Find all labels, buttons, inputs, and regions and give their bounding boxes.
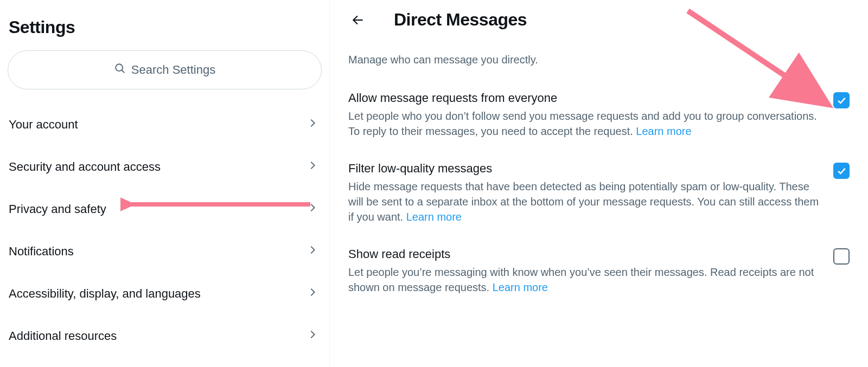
learn-more-link[interactable]: Learn more [636,125,691,137]
settings-title: Settings [9,17,322,37]
option-title: Show read receipts [348,247,822,261]
sidebar-item-label: Privacy and safety [9,202,106,216]
svg-point-0 [116,64,123,71]
sidebar-item-label: Accessibility, display, and languages [9,287,201,301]
checkbox-read-receipts[interactable] [833,248,850,265]
sidebar-item-privacy-safety[interactable]: Privacy and safety [8,188,322,230]
search-placeholder-text: Search Settings [131,63,215,77]
sidebar-item-additional-resources[interactable]: Additional resources [8,315,322,357]
sidebar-item-label: Additional resources [9,329,117,343]
option-title: Allow message requests from everyone [348,91,822,105]
sidebar-item-label: Security and account access [9,160,161,174]
checkbox-filter-low-quality[interactable] [833,163,850,179]
option-title: Filter low-quality messages [348,162,822,176]
detail-pane: Direct Messages Manage who can message y… [330,0,868,367]
option-description: Let people you’re messaging with know wh… [348,265,822,295]
settings-sidebar: Settings Search Settings Your account Se… [0,0,330,367]
option-desc-text: Let people you’re messaging with know wh… [348,266,814,293]
chevron-right-icon [307,159,318,175]
sidebar-item-label: Notifications [9,244,74,259]
learn-more-link[interactable]: Learn more [493,281,548,293]
learn-more-link[interactable]: Learn more [406,211,462,223]
checkbox-allow-requests[interactable] [833,92,850,108]
option-allow-requests: Allow message requests from everyone Let… [348,91,850,139]
option-description: Let people who you don’t follow send you… [348,108,822,139]
chevron-right-icon [307,244,318,259]
page-subtitle: Manage who can message you directly. [348,54,850,66]
option-desc-text: Let people who you don’t follow send you… [348,110,817,137]
option-description: Hide message requests that have been det… [348,179,822,224]
sidebar-item-notifications[interactable]: Notifications [8,230,322,273]
svg-line-1 [122,70,124,73]
chevron-right-icon [307,117,318,132]
sidebar-item-security-access[interactable]: Security and account access [8,146,322,188]
page-title: Direct Messages [394,10,527,30]
option-filter-low-quality: Filter low-quality messages Hide message… [348,162,850,224]
sidebar-item-your-account[interactable]: Your account [8,104,322,146]
sidebar-item-label: Your account [9,118,78,132]
sidebar-item-accessibility[interactable]: Accessibility, display, and languages [8,273,322,315]
chevron-right-icon [307,202,318,217]
search-settings-input[interactable]: Search Settings [8,50,322,89]
chevron-right-icon [307,329,318,344]
search-icon [114,62,126,78]
back-button[interactable] [348,10,368,30]
chevron-right-icon [307,286,318,301]
option-read-receipts: Show read receipts Let people you’re mes… [348,247,850,295]
